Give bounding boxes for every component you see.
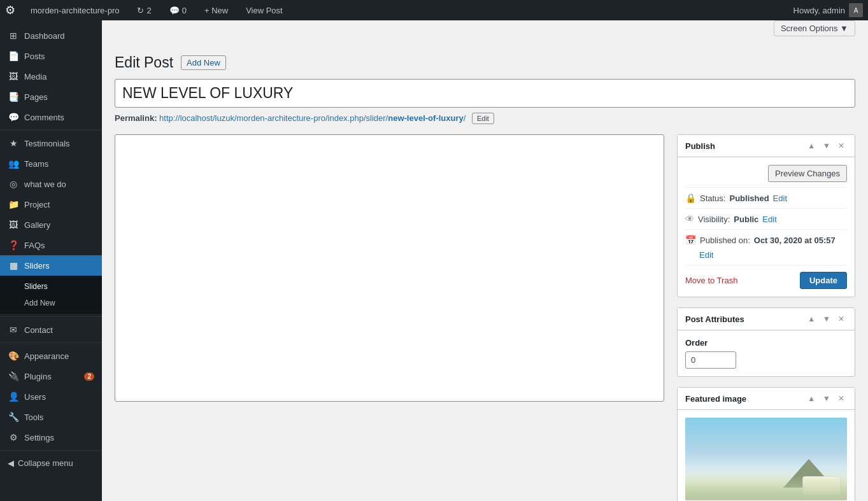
furniture-decoration [802, 476, 841, 495]
publish-actions: Move to Trash Update [685, 265, 847, 289]
featured-image-container[interactable] [685, 418, 847, 500]
featured-image-header: Featured image ▲ ▼ ✕ [678, 388, 855, 410]
editor-area[interactable] [115, 134, 664, 402]
published-on-value: Oct 30, 2020 at 05:57 [754, 236, 836, 245]
adminbar-new[interactable]: + New [199, 0, 233, 20]
main-content: Screen Options ▼ Edit Post Add New Perma… [102, 20, 868, 501]
published-on-label: Published on: [700, 236, 750, 245]
update-button[interactable]: Update [800, 272, 847, 289]
sidebar-item-testimonials[interactable]: ★ Testimonials [0, 133, 102, 153]
post-attrs-collapse-up-button[interactable]: ▲ [805, 313, 818, 325]
featured-image-collapse-down-button[interactable]: ▼ [820, 393, 833, 404]
submenu-sliders[interactable]: Sliders [0, 278, 102, 295]
adminbar-view-post[interactable]: View Post [241, 0, 288, 20]
publish-collapse-up-button[interactable]: ▲ [805, 140, 818, 152]
howdy-label[interactable]: Howdy, admin A [793, 3, 863, 17]
site-name-label: morden-architecture-pro [31, 6, 119, 15]
avatar: A [849, 3, 863, 17]
featured-image-controls: ▲ ▼ ✕ [805, 393, 847, 404]
sidebar-item-settings[interactable]: ⚙ Settings [0, 427, 102, 448]
gallery-icon: 🖼 [8, 220, 19, 230]
preview-changes-button[interactable]: Preview Changes [768, 165, 847, 182]
post-attributes-controls: ▲ ▼ ✕ [805, 313, 847, 325]
wp-logo-icon[interactable]: ⚙ [5, 3, 15, 17]
featured-image-close-button[interactable]: ✕ [836, 393, 847, 404]
posts-icon: 📄 [8, 51, 19, 61]
permalink-label: Permalink: [115, 113, 157, 123]
dashboard-icon: ⊞ [8, 31, 19, 41]
sidebar-item-project[interactable]: 📁 Project [0, 194, 102, 215]
adminbar-right: Howdy, admin A [793, 3, 863, 17]
sidebar-item-sliders[interactable]: ▦ Sliders [0, 255, 102, 276]
adminbar-comments[interactable]: 💬 0 [164, 0, 192, 20]
media-icon: 🖼 [8, 71, 19, 81]
sidebar-item-pages[interactable]: 📑 Pages [0, 87, 102, 107]
post-layout: Publish ▲ ▼ ✕ Preview Changes [115, 134, 855, 501]
sidebar-item-dashboard[interactable]: ⊞ Dashboard [0, 25, 102, 46]
tools-icon: 🔧 [8, 412, 19, 422]
publish-collapse-down-button[interactable]: ▼ [820, 140, 833, 152]
sidebar-item-faqs[interactable]: ❓ FAQs [0, 235, 102, 255]
featured-image-metabox: Featured image ▲ ▼ ✕ [677, 387, 855, 501]
sidebar-item-appearance[interactable]: 🎨 Appearance [0, 346, 102, 366]
sliders-submenu: Sliders Add New [0, 276, 102, 314]
wp-body-content: Edit Post Add New Permalink: http://loca… [102, 41, 868, 501]
post-attrs-collapse-down-button[interactable]: ▼ [820, 313, 833, 325]
permalink-edit-button[interactable]: Edit [472, 113, 494, 124]
submenu-add-new[interactable]: Add New [0, 295, 102, 311]
order-input[interactable] [685, 351, 736, 369]
post-title-input[interactable] [115, 79, 855, 108]
add-new-button[interactable]: Add New [181, 55, 226, 70]
status-icon: 🔒 [685, 193, 696, 203]
post-main [115, 134, 664, 402]
sidebar-item-teams[interactable]: 👥 Teams [0, 153, 102, 174]
preview-changes-row: Preview Changes [685, 165, 847, 182]
admin-bar: ⚙ morden-architecture-pro ↻ 2 💬 0 + New … [0, 0, 868, 20]
published-on-edit-link[interactable]: Edit [699, 250, 713, 260]
visibility-row: 👁 Visibility: Public Edit [685, 208, 847, 229]
status-value: Published [729, 194, 769, 203]
updates-icon: ↻ [137, 6, 144, 15]
sidebar-item-media[interactable]: 🖼 Media [0, 66, 102, 87]
featured-image-preview [685, 418, 847, 500]
screen-options-button[interactable]: Screen Options ▼ [774, 20, 855, 36]
permalink-link[interactable]: http://localhost/luzuk/morden-architectu… [159, 113, 468, 123]
collapse-menu-button[interactable]: ◀ Collapse menu [0, 453, 102, 473]
sidebar: ⊞ Dashboard 📄 Posts 🖼 Media 📑 Pages 💬 Co… [0, 20, 102, 501]
new-label: + New [204, 6, 228, 15]
pages-icon: 📑 [8, 92, 19, 102]
adminbar-updates[interactable]: ↻ 2 [132, 0, 156, 20]
status-row: 🔒 Status: Published Edit [685, 187, 847, 208]
publish-close-button[interactable]: ✕ [836, 140, 847, 152]
comments-count: 0 [182, 6, 187, 15]
published-on-row: 📅 Published on: Oct 30, 2020 at 05:57 [685, 229, 847, 250]
comments-icon: 💬 [8, 112, 19, 122]
sidebar-item-comments[interactable]: 💬 Comments [0, 107, 102, 127]
publish-metabox: Publish ▲ ▼ ✕ Preview Changes [677, 134, 855, 297]
sidebar-item-gallery[interactable]: 🖼 Gallery [0, 215, 102, 235]
sliders-icon: ▦ [8, 260, 19, 271]
post-attrs-close-button[interactable]: ✕ [836, 313, 847, 325]
featured-image-collapse-up-button[interactable]: ▲ [805, 393, 818, 404]
publish-metabox-controls: ▲ ▼ ✕ [805, 140, 847, 152]
sidebar-item-contact[interactable]: ✉ Contact [0, 320, 102, 340]
post-attributes-body: Order [678, 330, 855, 376]
menu-separator-4 [0, 450, 102, 451]
page-header: Edit Post Add New [115, 54, 855, 71]
sidebar-item-plugins[interactable]: 🔌 Plugins 2 [0, 366, 102, 386]
adminbar-site[interactable]: morden-architecture-pro [25, 0, 124, 20]
status-edit-link[interactable]: Edit [773, 194, 787, 203]
teams-icon: 👥 [8, 159, 19, 169]
sidebar-item-posts[interactable]: 📄 Posts [0, 46, 102, 66]
sidebar-item-tools[interactable]: 🔧 Tools [0, 407, 102, 427]
wp-wrap: ⊞ Dashboard 📄 Posts 🖼 Media 📑 Pages 💬 Co… [0, 20, 868, 501]
featured-image-body: Click the image to edit or update Remove… [678, 410, 855, 501]
sidebar-item-what-we-do[interactable]: ◎ what we do [0, 174, 102, 194]
sidebar-item-users[interactable]: 👤 Users [0, 386, 102, 407]
menu-separator-2 [0, 316, 102, 317]
faqs-icon: ❓ [8, 240, 19, 250]
visibility-edit-link[interactable]: Edit [762, 215, 776, 224]
testimonials-icon: ★ [8, 138, 19, 148]
view-post-label: View Post [246, 6, 283, 15]
move-to-trash-link[interactable]: Move to Trash [685, 276, 737, 285]
